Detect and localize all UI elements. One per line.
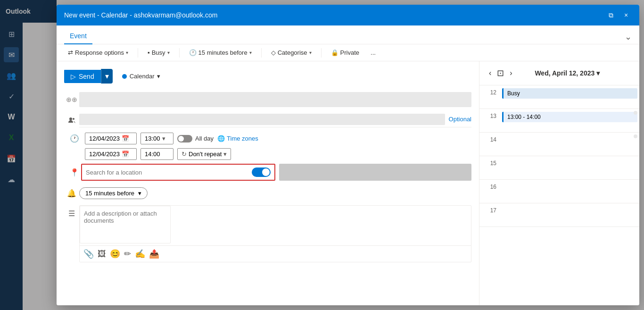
description-icon: ☰ (64, 209, 79, 218)
send-main-button[interactable]: ▷ Send (64, 70, 101, 83)
calendar-icon-end: 📅 (122, 151, 129, 158)
title-input-placeholder[interactable] (79, 92, 471, 107)
location-input-wrapper (81, 164, 275, 181)
reminder-chevron: ▾ (249, 50, 252, 55)
description-box-wrapper: 📎 🖼 😊 ✏ ✍ 📤 (79, 205, 471, 262)
location-row: 📍 (64, 164, 471, 181)
time-label-12: 12 (479, 85, 500, 109)
reminder-dropdown-button[interactable]: 15 minutes before ▾ (79, 187, 148, 199)
end-datetime-row: 12/04/2023 📅 14:00 ↻ Don't repeat ▾ (64, 148, 471, 160)
calendar-icon-start: 📅 (122, 135, 129, 142)
private-icon: 🔒 (331, 49, 339, 56)
start-time-chevron: ▾ (162, 135, 165, 142)
busy-button[interactable]: ▪ Busy ▾ (144, 47, 173, 58)
image-button[interactable]: 🖼 (98, 249, 106, 259)
title-icon: ⊕⊕ (64, 96, 79, 103)
more-options-button[interactable]: ... (367, 47, 380, 58)
event-form: ▷ Send ▾ Calendar ▾ ⊕⊕ (57, 61, 479, 305)
location-right-area (279, 164, 471, 181)
time-label-13: 13 (479, 109, 500, 132)
separator-3 (261, 48, 262, 58)
send-dropdown-button[interactable]: ▾ (101, 69, 113, 84)
close-button[interactable]: × (620, 9, 632, 21)
repeat-button[interactable]: ↻ Don't repeat ▾ (177, 148, 231, 160)
maximize-button[interactable]: ⧉ (605, 9, 617, 21)
time-label-17: 17 (479, 203, 500, 226)
modal-tab-bar: Event ⌄ (57, 25, 639, 44)
separator-2 (179, 48, 180, 58)
separator-1 (138, 48, 138, 58)
attendee-input-area[interactable]: Optional (79, 114, 471, 127)
attach-button[interactable]: 📎 (83, 249, 94, 259)
modal-titlebar: New event - Calendar - ashokvarmam@outlo… (57, 5, 639, 25)
reminder-row: 🔔 15 minutes before ▾ (64, 184, 471, 201)
attendee-row: Optional (64, 112, 471, 129)
title-row: ⊕⊕ (64, 91, 471, 108)
response-options-button[interactable]: ⇄ Response options ▾ (64, 47, 132, 58)
location-icon: 📍 (70, 168, 79, 177)
calendar-nav: ‹ ⊡ › (487, 67, 514, 79)
collapse-panel-button[interactable]: ⌄ (625, 32, 632, 42)
description-input[interactable] (80, 206, 171, 243)
schedule-row-17: 17 (479, 203, 639, 227)
schedule-row-16: 16 (479, 180, 639, 203)
allday-toggle[interactable] (177, 135, 192, 142)
current-date-button[interactable]: Wed, April 12, 2023 ▾ (535, 69, 600, 77)
signature-button[interactable]: ✍ (135, 249, 145, 259)
schedule-content-12: Busy (500, 85, 639, 109)
modal-body: ▷ Send ▾ Calendar ▾ ⊕⊕ (57, 61, 639, 305)
start-time-select[interactable]: 13:00 ▾ (140, 133, 173, 144)
modal-controls: ⧉ × (605, 9, 632, 21)
categorise-button[interactable]: ◇ Categorise ▾ (267, 47, 315, 58)
start-date-input[interactable]: 12/04/2023 📅 (85, 133, 137, 144)
busy-event-block: Busy (502, 88, 637, 99)
share-button[interactable]: 📤 (149, 249, 159, 259)
timezone-button[interactable]: 🌐 Time zones (217, 135, 258, 142)
toggle-knob (178, 136, 184, 142)
send-button-group[interactable]: ▷ Send ▾ (64, 69, 113, 84)
allday-toggle-area: All day (177, 135, 214, 142)
optional-link[interactable]: Optional (445, 116, 471, 123)
time-label-16: 16 (479, 180, 500, 203)
location-toggle-knob (262, 168, 270, 176)
end-date-input[interactable]: 12/04/2023 📅 (85, 148, 137, 160)
schedule-row-14: 14 (479, 133, 639, 156)
response-options-chevron: ▾ (126, 50, 128, 55)
draw-button[interactable]: ✏ (124, 249, 131, 259)
tab-event[interactable]: Event (64, 28, 92, 44)
send-bar: ▷ Send ▾ Calendar ▾ (64, 69, 471, 84)
modal-toolbar: ⇄ Response options ▾ ▪ Busy ▾ 🕐 15 minut… (57, 44, 639, 61)
schedule-content-15 (500, 156, 639, 179)
schedule-content-17 (500, 203, 639, 226)
time-label-14: 14 (479, 133, 500, 156)
current-event-block: 13:00 - 14:00 (502, 112, 637, 122)
attendee-input-placeholder (79, 114, 445, 125)
calendar-selector-button[interactable]: Calendar ▾ (118, 71, 165, 82)
location-input[interactable] (82, 169, 252, 176)
schedule-content-16 (500, 180, 639, 203)
description-toolbar: 📎 🖼 😊 ✏ ✍ 📤 (80, 245, 471, 262)
categorise-icon: ◇ (271, 49, 276, 56)
location-toggle-switch[interactable] (252, 168, 271, 177)
categorise-chevron: ▾ (309, 50, 312, 55)
right-calendar-panel: ‹ ⊡ › Wed, April 12, 2023 ▾ 12 Busy (479, 61, 639, 305)
schedule-row-15: 15 (479, 156, 639, 180)
clock-icon: 🕐 (70, 134, 79, 143)
schedule-content-13: 13:00 - 14:00 (500, 109, 639, 132)
schedule-content-14 (500, 133, 639, 156)
next-day-button[interactable]: › (508, 67, 514, 79)
start-datetime-row: 🕐 12/04/2023 📅 13:00 ▾ All day 🌐 (64, 133, 471, 144)
today-button[interactable]: ⊡ (497, 68, 504, 78)
modal-title: New event - Calendar - ashokvarmam@outlo… (64, 11, 217, 19)
reminder-dropdown-chevron: ▾ (138, 190, 141, 197)
reminder-toolbar-button[interactable]: 🕐 15 minutes before ▾ (185, 47, 256, 58)
repeat-chevron: ▾ (223, 151, 227, 158)
prev-day-button[interactable]: ‹ (487, 67, 493, 79)
busy-chevron: ▾ (167, 50, 170, 55)
emoji-button[interactable]: 😊 (110, 249, 120, 259)
svg-point-0 (69, 117, 72, 120)
private-button[interactable]: 🔒 Private (327, 47, 363, 58)
end-time-select[interactable]: 14:00 (140, 148, 173, 160)
attendee-icon (64, 117, 79, 124)
repeat-icon: ↻ (182, 151, 187, 158)
